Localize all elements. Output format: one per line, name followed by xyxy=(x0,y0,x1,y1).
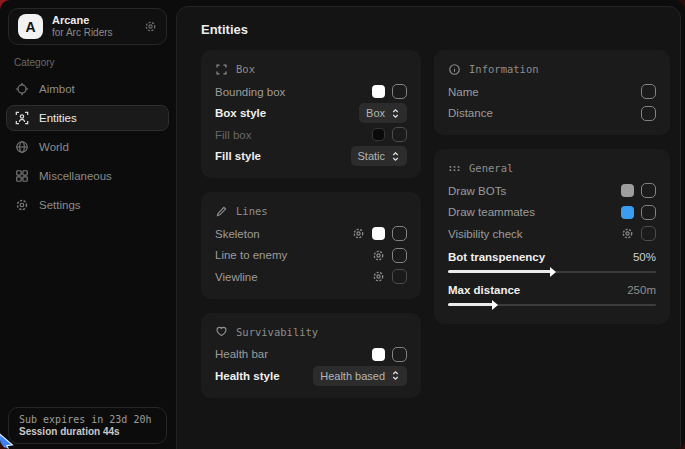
checkbox[interactable] xyxy=(641,106,656,121)
gear-icon[interactable] xyxy=(144,20,157,33)
setting-label: Health bar xyxy=(215,348,372,360)
checkbox[interactable] xyxy=(392,347,407,362)
main-panel: Entities Box Bounding box xyxy=(176,6,681,449)
color-swatch[interactable] xyxy=(372,227,385,240)
logo-card: A Arcane for Arc Riders xyxy=(8,8,167,45)
lines-section: Lines Skeleton xyxy=(201,192,421,299)
slider-value: 250m xyxy=(627,284,656,296)
gear-icon[interactable] xyxy=(352,227,365,240)
checkbox[interactable] xyxy=(392,248,407,263)
fill-style-dropdown[interactable]: Static xyxy=(351,146,408,166)
setting-label: Box style xyxy=(215,107,359,119)
sidebar-item-settings[interactable]: Settings xyxy=(6,192,169,218)
sidebar-item-label: Entities xyxy=(39,112,77,124)
logo-text: Arcane for Arc Riders xyxy=(52,14,135,38)
dropdown-value: Health based xyxy=(320,370,385,382)
subscription-card: Sub expires in 23d 20h Session duration … xyxy=(8,407,167,444)
color-swatch[interactable] xyxy=(372,128,385,141)
setting-row-name: Name xyxy=(448,81,656,103)
setting-row-distance: Distance xyxy=(448,103,656,125)
setting-row-health-bar: Health bar xyxy=(215,344,407,366)
checkbox[interactable] xyxy=(641,205,656,220)
checkbox[interactable] xyxy=(392,269,407,284)
left-column: Box Bounding box Box style Box xyxy=(201,50,421,398)
pencil-icon xyxy=(215,205,228,218)
sidebar-item-miscellaneous[interactable]: Miscellaneous xyxy=(6,163,169,189)
setting-row-line-to-enemy: Line to enemy xyxy=(215,245,407,267)
bot-transparency-group: Bot transpenency 50% xyxy=(448,247,656,276)
sidebar-item-label: Aimbot xyxy=(39,83,75,95)
settings-columns: Box Bounding box Box style Box xyxy=(201,50,670,398)
globe-icon xyxy=(15,140,29,154)
gear-icon[interactable] xyxy=(372,270,385,283)
checkbox[interactable] xyxy=(392,226,407,241)
sidebar-item-entities[interactable]: Entities xyxy=(6,105,169,131)
category-label: Category xyxy=(14,57,175,68)
section-title: Information xyxy=(469,63,539,75)
chevron-up-down-icon xyxy=(391,151,400,162)
box-section: Box Bounding box Box style Box xyxy=(201,50,421,178)
max-distance-group: Max distance 250m xyxy=(448,280,656,309)
page-title: Entities xyxy=(201,22,670,37)
box-section-header: Box xyxy=(215,59,407,79)
dots-grid-icon xyxy=(448,162,461,175)
setting-label: Line to enemy xyxy=(215,249,372,261)
slider-thumb[interactable] xyxy=(492,300,498,310)
sidebar-nav: Aimbot Entities World xyxy=(0,76,175,218)
dropdown-value: Static xyxy=(358,150,386,162)
section-title: Survivability xyxy=(236,326,318,338)
setting-label: Visibility check xyxy=(448,228,621,240)
setting-label: Fill style xyxy=(215,150,351,162)
right-column: Information Name Distance xyxy=(434,50,670,398)
chevron-up-down-icon xyxy=(391,108,400,119)
gear-icon[interactable] xyxy=(621,227,634,240)
setting-label: Name xyxy=(448,86,641,98)
slider-label: Bot transpenency xyxy=(448,251,545,263)
gear-icon[interactable] xyxy=(372,249,385,262)
setting-label: Draw BOTs xyxy=(448,185,621,197)
general-section-header: General xyxy=(448,158,656,178)
section-title: Box xyxy=(236,63,255,75)
slider-thumb[interactable] xyxy=(550,267,556,277)
checkbox[interactable] xyxy=(641,84,656,99)
bot-transparency-slider[interactable] xyxy=(448,268,656,276)
gear-icon xyxy=(15,198,29,212)
slider-value: 50% xyxy=(633,251,656,263)
app-logo: A xyxy=(18,14,43,39)
setting-row-skeleton: Skeleton xyxy=(215,223,407,245)
session-duration-text: Session duration 44s xyxy=(19,426,156,437)
setting-row-fill-style: Fill style Static xyxy=(215,146,407,168)
section-title: Lines xyxy=(236,205,268,217)
checkbox[interactable] xyxy=(641,226,656,241)
box-style-dropdown[interactable]: Box xyxy=(359,103,407,123)
lines-section-header: Lines xyxy=(215,201,407,221)
sidebar-item-aimbot[interactable]: Aimbot xyxy=(6,76,169,102)
checkbox[interactable] xyxy=(641,183,656,198)
checkbox[interactable] xyxy=(392,127,407,142)
sub-expiry-text: Sub expires in 23d 20h xyxy=(19,414,156,425)
checkbox[interactable] xyxy=(392,84,407,99)
app-title: Arcane xyxy=(52,14,135,27)
max-distance-slider[interactable] xyxy=(448,301,656,309)
general-section: General Draw BOTs Draw teammates xyxy=(434,149,670,324)
color-swatch[interactable] xyxy=(621,206,634,219)
setting-row-viewline: Viewline xyxy=(215,266,407,288)
health-style-dropdown[interactable]: Health based xyxy=(313,366,407,386)
section-title: General xyxy=(469,162,513,174)
sidebar-item-label: Miscellaneous xyxy=(39,170,112,182)
setting-row-draw-teammates: Draw teammates xyxy=(448,202,656,224)
sidebar: A Arcane for Arc Riders Category xyxy=(0,0,175,449)
setting-label: Draw teammates xyxy=(448,206,621,218)
dropdown-value: Box xyxy=(366,107,385,119)
info-icon xyxy=(448,63,461,76)
color-swatch[interactable] xyxy=(372,85,385,98)
setting-label: Fill box xyxy=(215,129,372,141)
sidebar-item-world[interactable]: World xyxy=(6,134,169,160)
setting-label: Distance xyxy=(448,107,641,119)
setting-row-bounding-box: Bounding box xyxy=(215,81,407,103)
color-swatch[interactable] xyxy=(621,184,634,197)
chevron-up-down-icon xyxy=(391,370,400,381)
setting-label: Health style xyxy=(215,370,313,382)
color-swatch[interactable] xyxy=(372,348,385,361)
setting-row-draw-bots: Draw BOTs xyxy=(448,180,656,202)
